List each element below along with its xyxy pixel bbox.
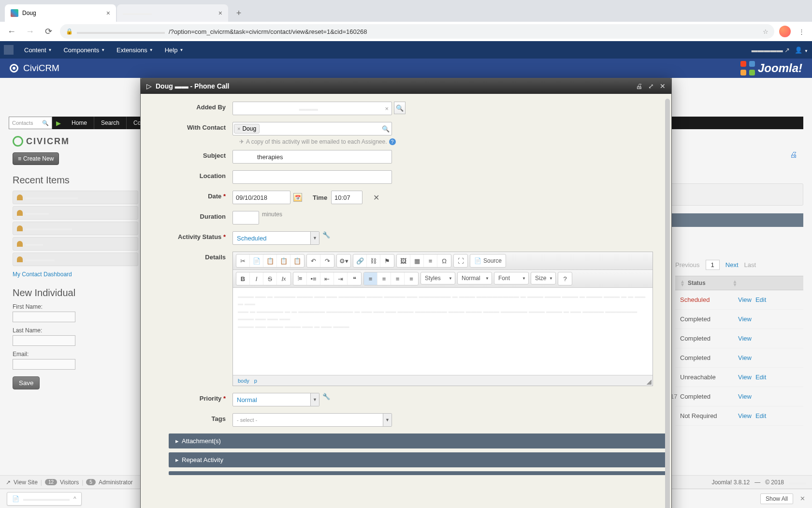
email-input[interactable] xyxy=(13,359,75,370)
tab-close-icon[interactable]: × xyxy=(218,9,222,17)
redo-icon[interactable]: ↷ xyxy=(320,254,334,267)
view-site-link[interactable]: View Site xyxy=(14,479,38,486)
reload-button[interactable]: ⟳ xyxy=(42,25,55,38)
maximize-icon[interactable]: ⛶ xyxy=(454,254,467,267)
unlink-icon[interactable]: ⛓ xyxy=(367,254,380,267)
link-icon[interactable]: 🔗 xyxy=(353,254,367,267)
sidebar-save-button[interactable]: Save xyxy=(13,376,40,389)
source-button[interactable]: 📄 Source xyxy=(470,254,506,267)
menu-components[interactable]: Components▼ xyxy=(58,41,111,59)
profile-avatar-icon[interactable] xyxy=(779,26,791,37)
align-left-icon[interactable]: ≡ xyxy=(364,272,377,285)
create-new-button[interactable]: ≡ Create New xyxy=(13,152,59,165)
anchor-icon[interactable]: ⚑ xyxy=(380,254,394,267)
edit-link[interactable]: Edit xyxy=(755,412,766,419)
status-column-header[interactable]: ▲▼ Status ▲▼ xyxy=(675,276,803,290)
show-all-button[interactable]: Show All xyxy=(760,493,793,504)
menu-content[interactable]: Content▼ xyxy=(18,41,58,59)
view-link[interactable]: View xyxy=(738,374,752,381)
edit-link[interactable]: Edit xyxy=(755,296,766,303)
new-tab-button[interactable]: + xyxy=(232,6,246,20)
recent-item[interactable]: ▬▬▬▬▬ xyxy=(13,253,138,266)
numbered-list-icon[interactable]: ⦙≡ xyxy=(293,272,307,285)
pager-page[interactable]: 1 xyxy=(706,260,720,270)
view-link[interactable]: View xyxy=(738,393,752,400)
view-link[interactable]: View xyxy=(738,354,752,361)
remove-token-icon[interactable]: × xyxy=(237,126,240,132)
font-select[interactable]: Font xyxy=(494,272,529,284)
duration-input[interactable] xyxy=(232,211,259,224)
modal-header[interactable]: ▷ Doug ▬▬ - Phone Call 🖨 ⤢ ✕ xyxy=(141,78,671,94)
paste-word-icon[interactable]: 📋 xyxy=(290,254,304,267)
browser-menu-icon[interactable]: ⋮ xyxy=(796,28,807,35)
my-contact-dashboard-link[interactable]: My Contact Dashboard xyxy=(13,271,138,278)
chevron-up-icon[interactable]: ^ xyxy=(73,495,76,502)
align-center-icon[interactable]: ≡ xyxy=(377,272,391,285)
site-name[interactable]: ▬▬▬▬▬ ↗ xyxy=(752,46,790,54)
italic-icon[interactable]: I xyxy=(250,272,263,285)
calendar-icon[interactable]: 📅 xyxy=(293,193,302,202)
pager-last[interactable]: Last xyxy=(744,261,756,269)
view-link[interactable]: View xyxy=(738,315,752,323)
view-link[interactable]: View xyxy=(738,296,752,303)
wrench-icon[interactable]: 🔧 xyxy=(322,393,330,400)
clear-date-icon[interactable]: ✕ xyxy=(373,193,379,202)
last-name-input[interactable] xyxy=(13,335,75,346)
format-select[interactable]: Normal xyxy=(457,272,492,284)
size-select[interactable]: Size xyxy=(531,272,556,284)
help-icon[interactable]: ? xyxy=(558,272,572,285)
back-button[interactable]: ← xyxy=(5,25,18,38)
find-icon[interactable]: ⚙▾ xyxy=(337,254,350,267)
paste-text-icon[interactable]: 📋 xyxy=(277,254,290,267)
activity-status-select[interactable]: Scheduled▼ xyxy=(232,231,319,245)
pager-next[interactable]: Next xyxy=(725,261,739,269)
recent-item[interactable]: ▬▬▬▬ xyxy=(13,206,138,220)
date-input[interactable] xyxy=(232,191,290,204)
wrench-icon[interactable]: 🔧 xyxy=(322,231,330,239)
edit-link[interactable]: Edit xyxy=(755,374,766,381)
styles-select[interactable]: Styles xyxy=(420,272,455,284)
tab-close-icon[interactable]: × xyxy=(106,9,110,17)
path-p[interactable]: p xyxy=(254,378,257,384)
close-shelf-icon[interactable]: ✕ xyxy=(800,495,805,502)
expand-icon[interactable]: ⤢ xyxy=(648,82,654,90)
clear-icon[interactable]: × xyxy=(385,105,389,112)
with-contact-input[interactable]: ×Doug 🔍 xyxy=(232,122,392,135)
time-input[interactable] xyxy=(331,191,362,204)
forward-button[interactable]: → xyxy=(23,25,37,38)
user-menu-icon[interactable]: 👤 ▼ xyxy=(795,46,808,54)
close-icon[interactable]: ✕ xyxy=(660,82,666,90)
pager-prev[interactable]: Previous xyxy=(675,261,700,269)
remove-format-icon[interactable]: Ix xyxy=(277,272,290,285)
browser-tab-inactive[interactable]: ▬▬▬▬▬ × xyxy=(117,4,228,22)
nav-search[interactable]: Search xyxy=(94,117,127,129)
recent-item[interactable]: ▬▬▬ xyxy=(13,237,138,251)
added-by-input[interactable]: ▬▬▬ × xyxy=(232,102,392,115)
align-justify-icon[interactable]: ≡ xyxy=(405,272,418,285)
search-icon[interactable]: 🔍 xyxy=(394,102,406,114)
attachments-accordion[interactable]: ▸ Attachment(s) xyxy=(169,433,667,448)
repeat-activity-accordion[interactable]: ▸ Repeat Activity xyxy=(169,452,667,467)
copy-icon[interactable]: 📄 xyxy=(250,254,263,267)
blockquote-icon[interactable]: ❝ xyxy=(348,272,361,285)
editor-content-area[interactable]: ▬▬▬ ▬▬ ▬ ▬▬▬▬ ▬▬▬ ▬▬ ▬▬ ▬▬▬▬▬ ▬▬▬ ▬▬▬▬ ▬… xyxy=(233,288,652,375)
bullet-list-icon[interactable]: •≡ xyxy=(307,272,320,285)
view-link[interactable]: View xyxy=(738,335,752,342)
recent-item[interactable]: ▬▬▬▬▬▬▬▬ xyxy=(13,222,138,235)
priority-select[interactable]: Normal▼ xyxy=(232,393,319,406)
print-icon[interactable]: 🖨 xyxy=(636,82,642,90)
url-field[interactable]: 🔒 ▬▬▬▬▬▬▬▬▬▬▬▬▬▬ /?option=com_civicrm&ta… xyxy=(60,24,774,39)
civi-play-icon[interactable]: ▶ xyxy=(52,117,65,129)
print-icon[interactable]: 🖨 xyxy=(790,150,798,159)
contacts-search-input[interactable]: Contacts 🔍 xyxy=(9,117,52,129)
hr-icon[interactable]: ≡ xyxy=(424,254,437,267)
menu-help[interactable]: Help▼ xyxy=(159,41,189,59)
view-link[interactable]: View xyxy=(738,412,752,419)
table-icon[interactable]: ▦ xyxy=(410,254,424,267)
bookmark-star-icon[interactable]: ☆ xyxy=(763,28,768,35)
image-icon[interactable]: 🖼 xyxy=(397,254,410,267)
cut-icon[interactable]: ✂ xyxy=(236,254,250,267)
outdent-icon[interactable]: ⇤ xyxy=(320,272,334,285)
strike-icon[interactable]: S xyxy=(263,272,277,285)
indent-icon[interactable]: ⇥ xyxy=(334,272,348,285)
